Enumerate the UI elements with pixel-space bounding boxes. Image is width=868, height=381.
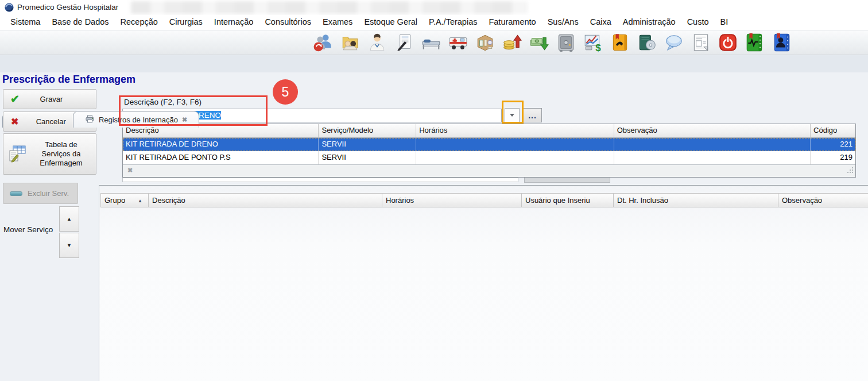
resize-grip[interactable] xyxy=(847,166,854,176)
hospital-bed-icon[interactable] xyxy=(421,32,441,53)
column-header-dt-hr-inclusao[interactable]: Dt. Hr. Inclusão xyxy=(614,193,778,207)
printer-icon xyxy=(85,115,95,125)
column-header-servico-modelo[interactable]: Serviço/Modelo xyxy=(319,124,416,138)
dropdown-arrow-icon xyxy=(510,114,514,117)
safe-icon[interactable] xyxy=(556,32,576,53)
medical-log-icon[interactable] xyxy=(745,32,765,53)
table-footer: ✖ xyxy=(123,164,855,177)
gravar-button[interactable]: ✔ Gravar xyxy=(3,89,96,109)
gravar-label: Gravar xyxy=(20,95,83,103)
clear-filter-icon[interactable]: ✖ xyxy=(127,167,133,174)
tab-registros-internacao[interactable]: Registros de Internação ✖ xyxy=(73,111,199,128)
pharmacy-supplies-icon[interactable] xyxy=(475,32,495,53)
cell-observacao xyxy=(614,138,811,151)
cancel-icon: ✖ xyxy=(11,116,18,127)
menu-item-administracao[interactable]: Administração xyxy=(617,15,681,30)
step-number: 5 xyxy=(282,84,289,100)
column-header-horarios[interactable]: Horários xyxy=(382,193,522,207)
users-sync-icon[interactable] xyxy=(313,32,334,53)
suggestions-table: Descrição Serviço/Modelo Horários Observ… xyxy=(122,124,856,178)
menu-bar: Sistema Base de Dados Recepção Cirurgias… xyxy=(0,15,868,30)
cell-codigo: 219 xyxy=(811,151,855,164)
menu-item-custo[interactable]: Custo xyxy=(681,15,715,30)
tab-close-icon[interactable]: ✖ xyxy=(182,116,187,124)
menu-item-cirurgias[interactable]: Cirurgias xyxy=(164,15,208,30)
cell-horarios xyxy=(416,151,614,164)
up-arrow-icon: ▲ xyxy=(67,216,72,222)
services-header-row: Grupo ▲ Descrição Horários Usuário que I… xyxy=(100,193,868,207)
menu-item-pa-terapias[interactable]: P.A./Terapias xyxy=(423,15,483,30)
check-icon: ✔ xyxy=(10,93,20,106)
window-title: Promedico Gestão Hospitalar xyxy=(17,0,118,15)
horizontal-scrollbar[interactable] xyxy=(122,178,518,182)
move-down-button[interactable]: ▼ xyxy=(59,233,79,258)
cell-descricao: KIT RETIRADA DE PONTO P.S xyxy=(123,151,319,164)
descricao-field-label: Descrição (F2, F3, F6) xyxy=(124,98,202,106)
cell-servico: SERVII xyxy=(319,138,416,151)
grupo-label: Grupo xyxy=(104,196,125,205)
annotation-step-badge: 5 xyxy=(273,79,298,105)
mover-servico-label: Mover Serviço xyxy=(3,225,53,234)
money-in-icon[interactable] xyxy=(529,32,549,53)
excluir-label: Excluir Serv. xyxy=(22,189,74,198)
column-header-horarios[interactable]: Horários xyxy=(416,124,614,138)
ellipsis-label: ... xyxy=(528,111,537,120)
descricao-dropdown-button[interactable] xyxy=(505,108,520,122)
finance-chart-icon[interactable]: $ xyxy=(583,32,603,53)
cell-codigo: 221 xyxy=(811,138,855,151)
page-title: Prescrição de Enfermagem xyxy=(2,74,135,86)
suggestions-header-row: Descrição Serviço/Modelo Horários Observ… xyxy=(123,124,855,138)
menu-item-internacao[interactable]: Internação xyxy=(208,15,259,30)
app-logo-icon xyxy=(4,2,14,13)
menu-item-sus-ans[interactable]: Sus/Ans xyxy=(542,15,584,30)
title-bar: Promedico Gestão Hospitalar xyxy=(0,0,868,15)
menu-item-estoque-geral[interactable]: Estoque Geral xyxy=(358,15,423,30)
app-window: Promedico Gestão Hospitalar Sistema Base… xyxy=(0,0,868,381)
column-header-observacao[interactable]: Observação xyxy=(614,124,811,138)
sort-asc-icon: ▲ xyxy=(138,198,142,203)
cell-servico: SERVII xyxy=(319,151,416,164)
book-cd-icon[interactable] xyxy=(637,32,657,53)
down-arrow-icon: ▼ xyxy=(67,243,72,248)
column-header-grupo[interactable]: Grupo ▲ xyxy=(100,193,149,207)
table-row-selected[interactable]: KIT RETIRADA DE DRENO SERVII 221 xyxy=(123,138,855,151)
menu-item-faturamento[interactable]: Faturamento xyxy=(483,15,541,30)
menu-item-caixa[interactable]: Caixa xyxy=(584,15,617,30)
cell-horarios xyxy=(416,138,614,151)
delete-bar-icon xyxy=(10,191,22,196)
money-out-icon[interactable] xyxy=(502,32,522,53)
tab-strip: Bem Vindo. ✖ Registros de Internação ✖ xyxy=(0,55,868,72)
menu-item-sistema[interactable]: Sistema xyxy=(5,15,46,30)
column-header-codigo[interactable]: Código xyxy=(811,124,855,138)
cell-observacao xyxy=(614,151,811,164)
menu-item-base-de-dados[interactable]: Base de Dados xyxy=(46,15,114,30)
svg-text:$: $ xyxy=(595,43,601,53)
menu-item-consultorios[interactable]: Consultórios xyxy=(259,15,317,30)
ambulance-icon[interactable] xyxy=(448,32,468,53)
tab-label: Registros de Internação xyxy=(99,116,178,124)
services-panel: Grupo ▲ Descrição Horários Usuário que I… xyxy=(99,185,868,381)
descricao-browse-button[interactable]: ... xyxy=(523,108,542,122)
menu-item-bi[interactable]: BI xyxy=(715,15,734,30)
table-row[interactable]: KIT RETIRADA DE PONTO P.S SERVII 219 xyxy=(123,151,855,164)
redacted-titlebar-region xyxy=(131,1,527,14)
document-sign-icon[interactable] xyxy=(394,32,414,53)
tabela-servicos-button[interactable]: Tabela de Serviços da Enfermagem xyxy=(3,133,96,175)
menu-item-exames[interactable]: Exames xyxy=(317,15,358,30)
chat-icon[interactable] xyxy=(664,32,684,53)
column-header-observacao[interactable]: Observação xyxy=(778,193,868,207)
column-header-descricao[interactable]: Descrição xyxy=(149,193,382,207)
column-header-usuario[interactable]: Usuário que Inseriu xyxy=(522,193,614,207)
toolbar: $ xyxy=(0,30,868,55)
contacts-book-icon[interactable] xyxy=(772,32,792,53)
excluir-servico-button[interactable]: Excluir Serv. xyxy=(3,183,78,204)
doctor-icon[interactable] xyxy=(367,32,388,53)
invoice-icon[interactable] xyxy=(691,32,711,53)
menu-item-recepcao[interactable]: Recepção xyxy=(115,15,164,30)
tabela-servicos-label: Tabela de Serviços da Enfermagem xyxy=(26,140,96,168)
phone-directory-icon[interactable] xyxy=(610,32,630,53)
patients-folder-icon[interactable] xyxy=(340,32,361,53)
move-up-button[interactable]: ▲ xyxy=(59,206,79,232)
power-off-icon[interactable] xyxy=(718,32,738,53)
services-table-icon xyxy=(8,144,26,164)
